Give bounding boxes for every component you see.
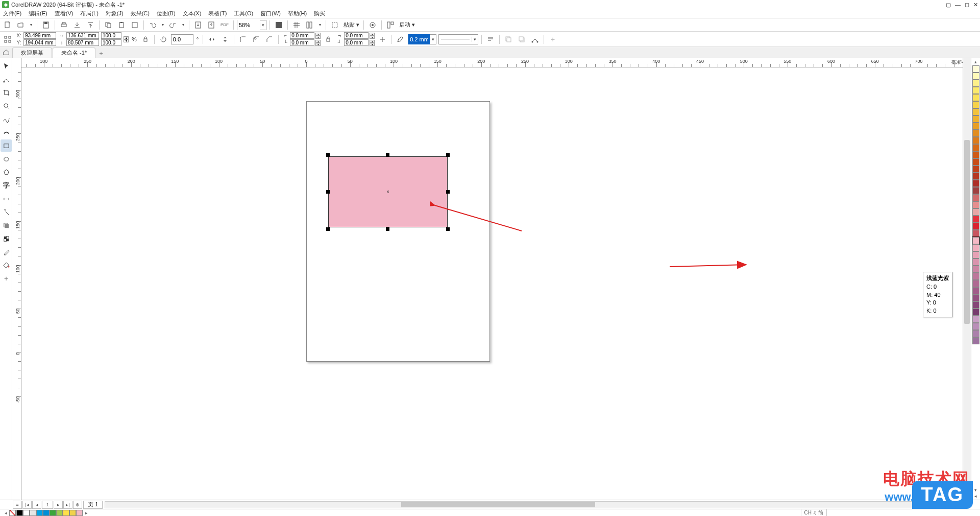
palette-swatch[interactable] xyxy=(972,144,979,151)
palette-swatch[interactable] xyxy=(972,223,979,230)
corner-scallop-icon[interactable] xyxy=(251,34,262,45)
menu-layout[interactable]: 布局(L) xyxy=(80,10,98,17)
corner-lock-icon[interactable] xyxy=(323,34,334,45)
corner-br-input[interactable] xyxy=(344,39,369,46)
rotation-input[interactable] xyxy=(171,34,193,44)
page-menu-icon[interactable]: ≡ xyxy=(13,501,22,509)
freehand-tool-icon[interactable] xyxy=(1,113,12,125)
palette-swatch[interactable] xyxy=(972,280,979,287)
vscroll-thumb[interactable] xyxy=(964,140,970,324)
palette-swatch[interactable] xyxy=(972,115,979,123)
corner-tr-input[interactable] xyxy=(344,32,369,39)
hscroll-thumb[interactable] xyxy=(401,502,595,507)
bottom-swatch[interactable] xyxy=(36,510,43,516)
fill-tool-icon[interactable] xyxy=(1,259,12,271)
palette-swatch[interactable] xyxy=(972,287,979,294)
palette-swatch[interactable] xyxy=(972,194,979,201)
bpalette-left-icon[interactable]: ◂ xyxy=(2,510,9,515)
import-icon[interactable] xyxy=(71,19,83,31)
snap-obj-icon[interactable] xyxy=(329,19,340,31)
palette-swatch[interactable] xyxy=(972,108,979,115)
zoom-combo[interactable]: ▾ xyxy=(237,20,266,30)
rectangle-tool-icon[interactable] xyxy=(1,139,12,152)
artistic-media-icon[interactable] xyxy=(1,126,12,138)
outline-pen-icon[interactable] xyxy=(395,34,406,45)
ime-indicator[interactable]: CH ♫ 简 xyxy=(801,509,827,517)
x-input[interactable] xyxy=(23,32,56,39)
palette-swatch[interactable] xyxy=(972,73,979,80)
shape-tool-icon[interactable] xyxy=(1,73,12,85)
layout-icon[interactable] xyxy=(385,19,396,31)
palette-up-icon[interactable]: ▴ xyxy=(974,59,977,65)
pdf-icon[interactable]: PDF xyxy=(219,19,230,31)
snap-grid-icon[interactable] xyxy=(291,19,302,31)
width-input[interactable] xyxy=(66,32,99,39)
palette-swatch[interactable] xyxy=(972,230,979,237)
palette-swatch[interactable] xyxy=(972,266,979,273)
rel-corner-icon[interactable] xyxy=(377,34,388,45)
bottom-swatch[interactable] xyxy=(43,510,50,516)
origin-icon[interactable] xyxy=(2,34,13,45)
handle-tm[interactable] xyxy=(386,153,389,157)
open-drop-icon[interactable]: ▾ xyxy=(29,19,34,31)
add-icon[interactable]: + xyxy=(547,34,558,45)
palette-swatch[interactable] xyxy=(972,294,979,301)
corner-bl-input[interactable] xyxy=(290,39,314,46)
crop-tool-icon[interactable] xyxy=(1,86,12,99)
bottom-swatch[interactable] xyxy=(16,510,23,516)
handle-tr[interactable] xyxy=(446,153,450,157)
bottom-swatch[interactable] xyxy=(69,510,76,516)
convert-curves-icon[interactable] xyxy=(529,34,541,45)
bottom-swatch[interactable] xyxy=(30,510,36,516)
handle-ml[interactable] xyxy=(326,190,330,194)
page-add-icon[interactable]: ⊕ xyxy=(73,501,82,509)
paste-icon[interactable] xyxy=(116,19,127,31)
tab-welcome[interactable]: 欢迎屏幕 xyxy=(12,48,52,58)
export-icon[interactable] xyxy=(85,19,96,31)
menu-file[interactable]: 文件(F) xyxy=(3,10,21,17)
drop-shadow-icon[interactable] xyxy=(1,219,12,231)
page-tab[interactable]: 页 1 xyxy=(83,501,103,509)
text-tool-icon[interactable]: 字 xyxy=(1,179,12,192)
zoom-input[interactable] xyxy=(237,20,260,30)
transparency-icon[interactable] xyxy=(1,232,12,245)
handle-bm[interactable] xyxy=(386,227,389,231)
palette-fly-icon[interactable]: ◂ xyxy=(974,494,977,500)
no-fill-swatch[interactable] xyxy=(9,510,16,516)
page-prev-icon[interactable]: ◂ xyxy=(32,501,41,509)
vertical-scrollbar[interactable] xyxy=(963,58,971,500)
home-tab-icon[interactable] xyxy=(0,46,12,58)
redo-drop-icon[interactable]: ▾ xyxy=(181,19,186,31)
palette-swatch[interactable] xyxy=(972,173,979,180)
snap-drop-icon[interactable]: ▾ xyxy=(317,19,323,31)
menu-view[interactable]: 查看(V) xyxy=(55,10,74,17)
palette-swatch[interactable] xyxy=(972,337,979,344)
paste-label[interactable]: 粘贴 ▾ xyxy=(342,21,360,29)
undo-icon[interactable] xyxy=(147,19,158,31)
handle-tl[interactable] xyxy=(326,153,330,157)
height-input[interactable] xyxy=(66,39,99,46)
palette-swatch[interactable] xyxy=(972,180,979,187)
scale-x-input[interactable] xyxy=(101,32,121,39)
palette-swatch[interactable] xyxy=(972,130,979,137)
palette-swatch[interactable] xyxy=(972,87,979,94)
pick-tool-icon[interactable] xyxy=(1,60,12,72)
horizontal-ruler[interactable]: 毫米 3002502001501005005010015020025030035… xyxy=(21,58,963,67)
close-icon[interactable]: ✕ xyxy=(973,2,978,8)
import2-icon[interactable] xyxy=(192,19,204,31)
corner-tl-input[interactable] xyxy=(290,32,314,39)
page-last-icon[interactable]: ▸| xyxy=(63,501,72,509)
bottom-swatch[interactable] xyxy=(56,510,63,516)
connector-tool-icon[interactable] xyxy=(1,206,12,218)
palette-swatch[interactable] xyxy=(972,216,979,223)
rotate-icon[interactable] xyxy=(158,34,169,45)
save-icon[interactable] xyxy=(40,19,52,31)
fullscreen-icon[interactable] xyxy=(273,19,284,31)
zoom-tool-icon[interactable] xyxy=(1,100,12,112)
palette-swatch[interactable] xyxy=(972,101,979,108)
corner-round-icon[interactable] xyxy=(237,34,249,45)
canvas[interactable]: × xyxy=(21,67,963,500)
palette-swatch[interactable] xyxy=(972,301,979,309)
bottom-swatch[interactable] xyxy=(76,510,83,516)
palette-swatch[interactable] xyxy=(972,309,979,316)
